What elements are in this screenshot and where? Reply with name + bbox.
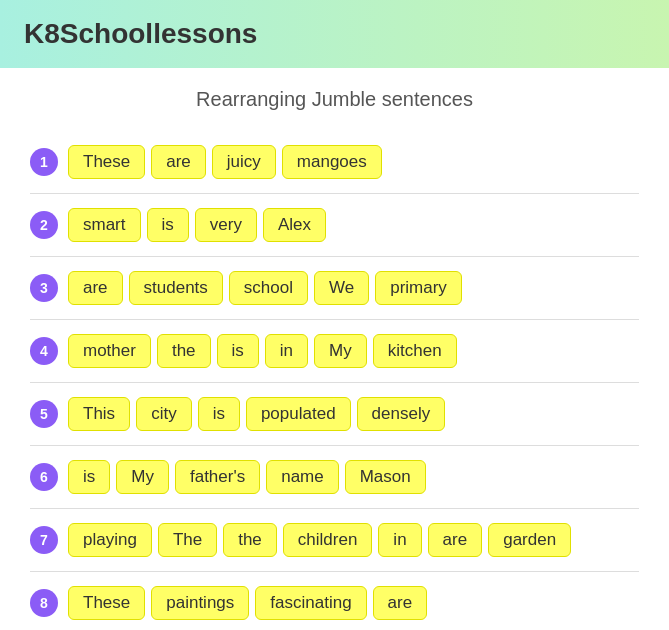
app-header: K8Schoollessons <box>0 0 669 68</box>
word-tag[interactable]: garden <box>488 523 571 557</box>
sentences-list: 1Thesearejuicymangoes2smartisveryAlex3ar… <box>30 131 639 630</box>
word-tag[interactable]: The <box>158 523 217 557</box>
sentence-row: 6isMyfather'snameMason <box>30 446 639 509</box>
sentence-row: 4mothertheisinMykitchen <box>30 320 639 383</box>
sentence-number: 8 <box>30 589 58 617</box>
word-tag[interactable]: kitchen <box>373 334 457 368</box>
word-tag[interactable]: Alex <box>263 208 326 242</box>
sentence-row: 5Thiscityispopulateddensely <box>30 383 639 446</box>
word-tag[interactable]: students <box>129 271 223 305</box>
sentence-number: 3 <box>30 274 58 302</box>
word-tag[interactable]: father's <box>175 460 260 494</box>
word-tag[interactable]: children <box>283 523 373 557</box>
word-tag[interactable]: are <box>373 586 428 620</box>
word-tag[interactable]: is <box>68 460 110 494</box>
sentence-row: 8Thesepaintingsfascinatingare <box>30 572 639 630</box>
sentence-number: 1 <box>30 148 58 176</box>
sentence-row: 3arestudentsschoolWeprimary <box>30 257 639 320</box>
sentence-number: 7 <box>30 526 58 554</box>
sentence-row: 1Thesearejuicymangoes <box>30 131 639 194</box>
word-tag[interactable]: very <box>195 208 257 242</box>
word-tag[interactable]: mangoes <box>282 145 382 179</box>
word-tag[interactable]: Mason <box>345 460 426 494</box>
sentence-row: 2smartisveryAlex <box>30 194 639 257</box>
word-tag[interactable]: city <box>136 397 192 431</box>
word-tag[interactable]: in <box>265 334 308 368</box>
word-tag[interactable]: mother <box>68 334 151 368</box>
sentence-number: 4 <box>30 337 58 365</box>
word-tag[interactable]: These <box>68 145 145 179</box>
word-tag[interactable]: juicy <box>212 145 276 179</box>
word-tag[interactable]: paintings <box>151 586 249 620</box>
word-tag[interactable]: the <box>157 334 211 368</box>
word-tag[interactable]: name <box>266 460 339 494</box>
sentence-row: 7playingThethechildreninaregarden <box>30 509 639 572</box>
sentence-number: 6 <box>30 463 58 491</box>
main-content: Rearranging Jumble sentences 1Theseareju… <box>0 68 669 630</box>
word-tag[interactable]: This <box>68 397 130 431</box>
word-tag[interactable]: are <box>151 145 206 179</box>
sentence-number: 2 <box>30 211 58 239</box>
word-tag[interactable]: school <box>229 271 308 305</box>
word-tag[interactable]: are <box>428 523 483 557</box>
word-tag[interactable]: in <box>378 523 421 557</box>
word-tag[interactable]: fascinating <box>255 586 366 620</box>
word-tag[interactable]: smart <box>68 208 141 242</box>
word-tag[interactable]: are <box>68 271 123 305</box>
word-tag[interactable]: primary <box>375 271 462 305</box>
word-tag[interactable]: densely <box>357 397 446 431</box>
word-tag[interactable]: the <box>223 523 277 557</box>
word-tag[interactable]: populated <box>246 397 351 431</box>
word-tag[interactable]: These <box>68 586 145 620</box>
word-tag[interactable]: My <box>314 334 367 368</box>
word-tag[interactable]: We <box>314 271 369 305</box>
app-title: K8Schoollessons <box>24 18 257 49</box>
word-tag[interactable]: is <box>217 334 259 368</box>
word-tag[interactable]: playing <box>68 523 152 557</box>
sentence-number: 5 <box>30 400 58 428</box>
word-tag[interactable]: My <box>116 460 169 494</box>
word-tag[interactable]: is <box>198 397 240 431</box>
word-tag[interactable]: is <box>147 208 189 242</box>
page-subtitle: Rearranging Jumble sentences <box>30 88 639 111</box>
